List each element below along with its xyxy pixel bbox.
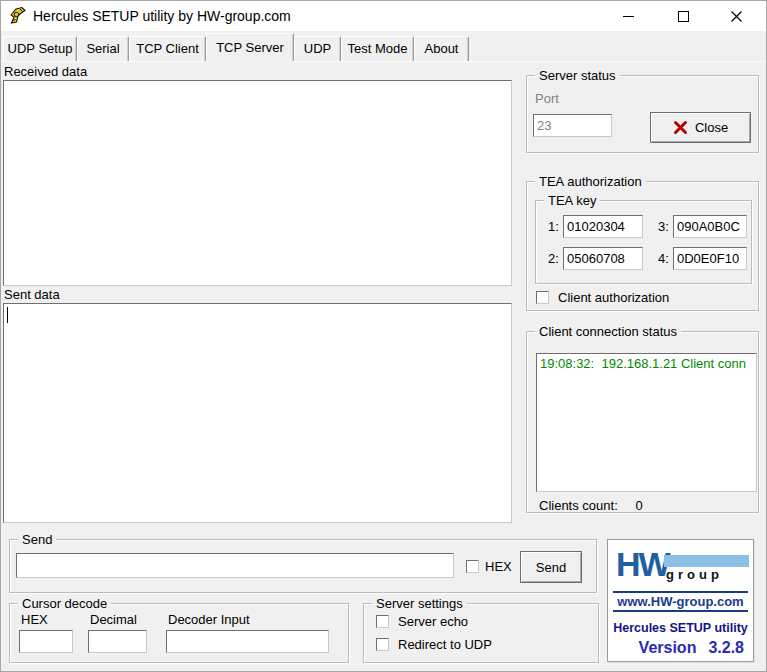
- maximize-icon: [678, 11, 689, 22]
- received-data-label: Received data: [4, 64, 87, 79]
- decoder-input[interactable]: [166, 630, 329, 653]
- text-caret: [7, 307, 8, 323]
- logo-version-label: Version: [639, 639, 697, 657]
- send-button-label: Send: [536, 560, 566, 575]
- clients-count-value: 0: [635, 498, 642, 513]
- sent-data-area[interactable]: [3, 303, 512, 523]
- send-input[interactable]: [16, 553, 454, 578]
- close-window-button[interactable]: [713, 1, 759, 31]
- send-group: Send HEX Send: [9, 539, 597, 593]
- close-icon: [730, 10, 743, 23]
- clients-count-row: Clients count: 0: [539, 498, 643, 513]
- server-settings-group: Server settings Server echo Redirect to …: [363, 603, 599, 663]
- maximize-button[interactable]: [660, 1, 706, 31]
- hw-group-logo-panel[interactable]: HW group www.HW-group.com Hercules SETUP…: [607, 539, 754, 662]
- redirect-to-udp-label: Redirect to UDP: [398, 637, 492, 652]
- hex-checkbox-label: HEX: [485, 559, 512, 574]
- tea-authorization-title: TEA authorization: [535, 174, 646, 189]
- minimize-icon: [623, 16, 634, 17]
- tea-key-3-label: 3:: [658, 219, 669, 234]
- logo-url: www.HW-group.com: [608, 594, 753, 609]
- tea-key-title: TEA key: [544, 193, 600, 208]
- app-pistol-icon: [7, 6, 27, 26]
- tab-tcp-client[interactable]: TCP Client: [129, 36, 206, 61]
- tea-key-4-label: 4:: [658, 251, 669, 266]
- tea-key-3-input[interactable]: [673, 215, 747, 238]
- tab-bar: UDP Setup Serial TCP Client TCP Server U…: [3, 33, 469, 61]
- received-data-area[interactable]: [3, 80, 512, 286]
- logo-app-name: Hercules SETUP utility: [608, 621, 753, 635]
- tea-key-4-input[interactable]: [673, 247, 747, 270]
- client-authorization-label: Client authorization: [558, 290, 669, 305]
- logo-hw-text: HW: [616, 548, 669, 580]
- server-echo-checkbox[interactable]: [376, 615, 389, 628]
- tea-key-2-input[interactable]: [563, 247, 643, 270]
- logo-version-value: 3.2.8: [708, 639, 744, 657]
- server-settings-title: Server settings: [372, 596, 467, 611]
- title-bar: Hercules SETUP utility by HW-group.com: [1, 1, 766, 31]
- tea-key-1-input[interactable]: [563, 215, 643, 238]
- sent-data-label: Sent data: [4, 287, 60, 302]
- connection-log[interactable]: 19:08:32: 192.168.1.21 Client conn: [536, 353, 757, 492]
- tab-strip-baseline: [1, 61, 766, 62]
- tea-key-group: TEA key 1: 3: 2: 4:: [535, 200, 752, 284]
- tea-authorization-group: TEA authorization TEA key 1: 3: 2: 4: Cl…: [526, 181, 759, 311]
- tea-key-2-label: 2:: [548, 251, 559, 266]
- cursor-decode-group: Cursor decode HEX Decimal Decoder Input: [9, 603, 349, 663]
- cursor-hex-label: HEX: [21, 612, 48, 627]
- tea-key-1-label: 1:: [548, 219, 559, 234]
- logo-group-text: group: [666, 567, 723, 582]
- tab-about[interactable]: About: [414, 36, 469, 61]
- cursor-decimal-label: Decimal: [90, 612, 137, 627]
- server-status-title: Server status: [535, 68, 620, 83]
- window-title: Hercules SETUP utility by HW-group.com: [33, 8, 291, 24]
- client-connection-status-title: Client connection status: [535, 324, 681, 339]
- red-x-icon: [673, 120, 688, 135]
- logo-version: Version 3.2.8: [639, 639, 744, 657]
- redirect-to-udp-checkbox[interactable]: [376, 638, 389, 651]
- server-status-group: Server status Port Close: [526, 75, 759, 153]
- send-button[interactable]: Send: [520, 551, 582, 583]
- logo-rule-top: [613, 591, 748, 593]
- close-server-button[interactable]: Close: [650, 112, 751, 143]
- tab-test-mode[interactable]: Test Mode: [341, 36, 414, 61]
- logo-blue-bar: [664, 555, 749, 567]
- cursor-decimal-input[interactable]: [88, 630, 147, 653]
- close-server-label: Close: [695, 120, 728, 135]
- server-echo-label: Server echo: [398, 614, 468, 629]
- tab-tcp-server[interactable]: TCP Server: [206, 33, 294, 61]
- minimize-button[interactable]: [605, 1, 651, 31]
- tab-udp[interactable]: UDP: [294, 36, 341, 61]
- hex-checkbox[interactable]: [466, 560, 479, 573]
- send-title: Send: [18, 532, 56, 547]
- tab-serial[interactable]: Serial: [77, 36, 129, 61]
- tab-udp-setup[interactable]: UDP Setup: [3, 36, 77, 61]
- clients-count-label: Clients count:: [539, 498, 618, 513]
- cursor-hex-input[interactable]: [19, 630, 73, 653]
- hercules-window: Hercules SETUP utility by HW-group.com U…: [0, 0, 767, 672]
- client-connection-status-group: Client connection status 19:08:32: 192.1…: [526, 331, 759, 513]
- cursor-decode-title: Cursor decode: [18, 596, 111, 611]
- port-label: Port: [535, 91, 559, 106]
- connection-log-line: 19:08:32: 192.168.1.21 Client conn: [537, 354, 756, 373]
- logo-rule-bottom: [613, 610, 748, 612]
- port-input[interactable]: [533, 114, 612, 137]
- client-authorization-checkbox[interactable]: [536, 291, 549, 304]
- decoder-input-label: Decoder Input: [168, 612, 250, 627]
